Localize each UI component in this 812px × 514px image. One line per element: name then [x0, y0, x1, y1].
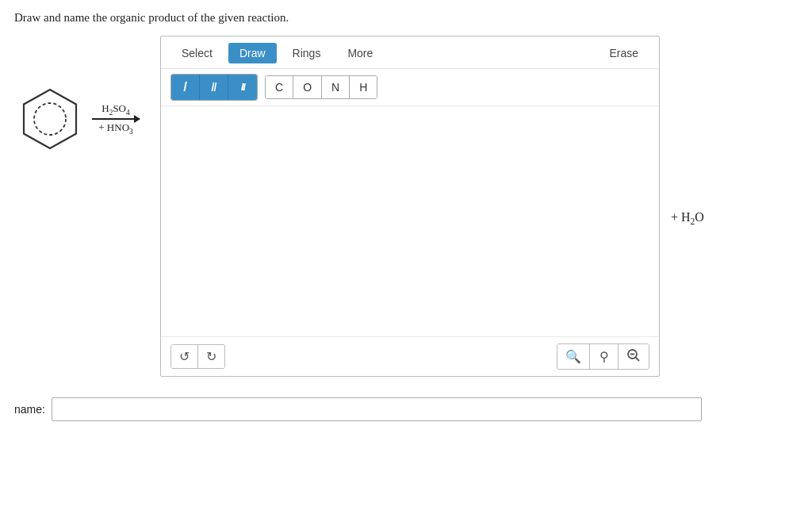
tab-more[interactable]: More — [336, 43, 384, 63]
zoom-out-icon — [626, 348, 641, 365]
atom-group: C O N H — [265, 75, 377, 99]
atom-H-button[interactable]: H — [350, 76, 377, 98]
triple-bond-icon: /// — [241, 82, 244, 93]
zoom-group: 🔍 ⚲ — [557, 343, 649, 370]
zoom-reset-button[interactable]: ⚲ — [590, 344, 619, 369]
product-label: + H2O — [671, 210, 704, 226]
redo-icon: ↻ — [206, 349, 216, 364]
draw-panel: Select Draw Rings More Erase / // /// — [160, 36, 660, 377]
single-bond-icon: / — [183, 79, 187, 95]
bond-tool-group: / // /// — [170, 74, 258, 101]
undo-redo-group: ↺ ↻ — [170, 344, 225, 369]
double-bond-icon: // — [212, 81, 216, 94]
atom-N-button[interactable]: N — [322, 76, 350, 98]
instruction-text: Draw and name the organic product of the… — [0, 0, 812, 33]
zoom-in-button[interactable]: 🔍 — [557, 344, 590, 369]
atom-O-button[interactable]: O — [293, 76, 322, 98]
svg-marker-0 — [24, 90, 76, 148]
name-row: name: — [0, 385, 812, 434]
benzene-structure — [14, 83, 86, 155]
atom-C-button[interactable]: C — [266, 76, 293, 98]
undo-button[interactable]: ↺ — [171, 345, 198, 368]
single-bond-button[interactable]: / — [171, 75, 200, 100]
tab-rings[interactable]: Rings — [282, 43, 332, 63]
double-bond-button[interactable]: // — [200, 75, 228, 100]
toolbar-tabs-row: Select Draw Rings More Erase — [161, 36, 659, 69]
tab-draw[interactable]: Draw — [228, 43, 277, 63]
tab-select[interactable]: Select — [170, 43, 224, 63]
name-label: name: — [14, 403, 45, 416]
undo-icon: ↺ — [179, 349, 190, 364]
svg-point-1 — [34, 103, 66, 135]
zoom-reset-icon: ⚲ — [599, 349, 609, 364]
drawing-canvas[interactable] — [161, 106, 659, 336]
reagent-top: H2SO4 — [102, 102, 129, 117]
zoom-out-button[interactable] — [619, 344, 649, 369]
zoom-in-icon: 🔍 — [565, 349, 581, 364]
redo-button[interactable]: ↻ — [198, 345, 224, 368]
triple-bond-button[interactable]: /// — [228, 75, 257, 100]
svg-line-4 — [636, 358, 640, 362]
name-input[interactable] — [52, 397, 702, 421]
bottom-toolbar: ↺ ↻ 🔍 ⚲ — [161, 336, 659, 376]
draw-tools-row: / // /// C O N H — [161, 69, 659, 106]
reagent-bottom: + HNO3 — [98, 121, 132, 136]
erase-button[interactable]: Erase — [598, 43, 649, 63]
